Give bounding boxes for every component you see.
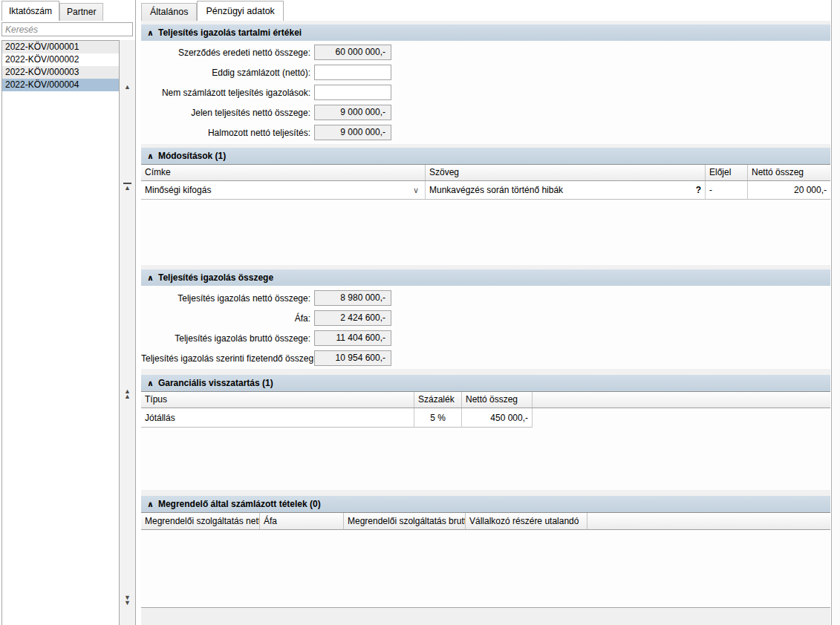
column-header-cimke[interactable]: Címke bbox=[141, 165, 426, 180]
section-title: Teljesítés igazolás tartalmi értékei bbox=[158, 27, 302, 38]
scroll-to-top-icon[interactable]: ▲ bbox=[120, 183, 135, 191]
field-row: Áfa: 2 424 600,- bbox=[141, 310, 830, 326]
field-label: Teljesítés igazolás szerinti fizetendő ö… bbox=[141, 353, 314, 364]
fizetendo-osszeg-field[interactable]: 10 954 600,- bbox=[314, 350, 391, 366]
column-header-netto-osszeg[interactable]: Nettó összeg bbox=[748, 165, 830, 180]
field-label: Halmozott nettó teljesítés: bbox=[141, 128, 314, 138]
collapse-icon: ∧ bbox=[147, 28, 154, 37]
jelen-teljesites-field[interactable]: 9 000 000,- bbox=[314, 105, 391, 120]
column-header-megrendeloi-brutto[interactable]: Megrendelői szolgáltatás bruttó bbox=[344, 513, 466, 529]
tipus-cell[interactable]: Jótállás bbox=[141, 408, 414, 428]
main-scrollbar[interactable] bbox=[831, 0, 840, 625]
section-body-garancialis: Típus Százalék Nettó összeg Jótállás 5 %… bbox=[141, 391, 830, 490]
column-header-tipus[interactable]: Típus bbox=[141, 392, 414, 408]
section-body-modositasok: Címke Szöveg Előjel Nettó összeg Minőség… bbox=[141, 164, 830, 265]
record-list: 2022-KÖV/000001 2022-KÖV/000002 2022-KÖV… bbox=[1, 40, 120, 625]
collapse-icon: ∧ bbox=[147, 379, 154, 387]
afa-field[interactable]: 2 424 600,- bbox=[314, 310, 391, 326]
table-row[interactable]: Minőségi kifogás ∨ ? Munkavégzés során t… bbox=[141, 181, 830, 200]
column-header-vallalkozo-utalando[interactable]: Vállalkozó részére utalandó bbox=[466, 513, 587, 529]
collapse-icon: ∧ bbox=[147, 151, 154, 160]
field-row: Szerződés eredeti nettó összege: 60 000 … bbox=[141, 45, 830, 60]
arrow-up-icon: ▲ bbox=[120, 394, 135, 399]
arrow-down-icon: ▼ bbox=[120, 601, 135, 606]
column-header-filler bbox=[587, 513, 830, 529]
list-scrollbar[interactable]: ▲ ▲ ▲ ▲ ▼ ▼ bbox=[120, 40, 135, 625]
list-item-selected[interactable]: 2022-KÖV/000004 bbox=[2, 79, 119, 91]
column-header-afa[interactable]: Áfa bbox=[260, 513, 344, 529]
field-label: Szerződés eredeti nettó összege: bbox=[141, 48, 314, 58]
cimke-combobox[interactable]: Minőségi kifogás ∨ bbox=[141, 181, 426, 200]
bottom-strip bbox=[141, 607, 830, 625]
szoveg-text: Munkavégzés során történő hibák bbox=[429, 185, 563, 195]
sidebar-tab-bar: Iktatószám Partner bbox=[1, 1, 103, 21]
scroll-fast-down-icon[interactable]: ▼ ▼ bbox=[120, 595, 135, 606]
column-header-elojel[interactable]: Előjel bbox=[706, 165, 748, 180]
section-header-tartalmi[interactable]: ∧Teljesítés igazolás tartalmi értékei bbox=[141, 24, 830, 41]
column-header-szazalek[interactable]: Százalék bbox=[414, 392, 462, 408]
tab-penzugyi-adatok[interactable]: Pénzügyi adatok bbox=[197, 1, 283, 21]
arrow-up-icon: ▲ bbox=[120, 85, 135, 90]
halmozott-netto-field[interactable]: 9 000 000,- bbox=[314, 125, 391, 140]
app-window: { "icons": { "collapse": "∧", "dropdown"… bbox=[0, 0, 840, 625]
eddig-szamlazott-field[interactable] bbox=[314, 65, 391, 80]
help-icon[interactable]: ? bbox=[696, 181, 701, 200]
column-header-szoveg[interactable]: Szöveg bbox=[426, 165, 706, 180]
list-item[interactable]: 2022-KÖV/000001 bbox=[2, 41, 119, 53]
sidebar-tab-partner[interactable]: Partner bbox=[59, 3, 103, 21]
section-title: Módosítások (1) bbox=[158, 151, 226, 161]
field-label: Teljesítés igazolás nettó összege: bbox=[141, 293, 314, 304]
field-row: Teljesítés igazolás szerinti fizetendő ö… bbox=[141, 350, 830, 366]
section-header-megrendelo[interactable]: ∧Megrendelő által számlázott tételek (0) bbox=[141, 496, 830, 512]
column-header-filler bbox=[533, 392, 830, 408]
tab-altalanos[interactable]: Általános bbox=[141, 3, 197, 21]
arrow-up-icon: ▲ bbox=[120, 186, 135, 191]
modositasok-header-row: Címke Szöveg Előjel Nettó összeg bbox=[141, 164, 830, 181]
field-row: Teljesítés igazolás nettó összege: 8 980… bbox=[141, 290, 830, 306]
nem-szamlazott-field[interactable] bbox=[314, 85, 391, 100]
field-label: Jelen teljesítés nettó összege: bbox=[141, 108, 314, 118]
section-body-megrendelo: Megrendelői szolgáltatás nettó Áfa Megre… bbox=[141, 512, 830, 607]
szerzodes-eredeti-netto-field[interactable]: 60 000 000,- bbox=[314, 45, 391, 60]
garancialis-header-row: Típus Százalék Nettó összeg bbox=[141, 391, 830, 408]
field-label: Teljesítés igazolás bruttó összege: bbox=[141, 333, 314, 344]
section-title: Megrendelő által számlázott tételek (0) bbox=[158, 499, 321, 509]
list-item[interactable]: 2022-KÖV/000002 bbox=[2, 53, 119, 66]
list-item[interactable]: 2022-KÖV/000003 bbox=[2, 66, 119, 79]
column-header-megrendeloi-netto[interactable]: Megrendelői szolgáltatás nettó bbox=[141, 513, 260, 529]
megrendelo-header-row: Megrendelői szolgáltatás nettó Áfa Megre… bbox=[141, 512, 830, 530]
combobox-value: Minőségi kifogás bbox=[145, 185, 211, 195]
main-tab-bar: Általános Pénzügyi adatok bbox=[141, 1, 284, 21]
section-header-modositasok[interactable]: ∧Módosítások (1) bbox=[141, 148, 830, 164]
section-title: Teljesítés igazolás összege bbox=[158, 272, 273, 283]
section-header-osszege[interactable]: ∧Teljesítés igazolás összege bbox=[141, 269, 830, 286]
field-row: Teljesítés igazolás bruttó összege: 11 4… bbox=[141, 330, 830, 346]
ti-brutto-osszege-field[interactable]: 11 404 600,- bbox=[314, 330, 391, 346]
field-row: Halmozott nettó teljesítés: 9 000 000,- bbox=[141, 125, 830, 140]
section-body-tartalmi: Szerződés eredeti nettó összege: 60 000 … bbox=[141, 41, 830, 144]
elojel-cell[interactable]: - bbox=[706, 181, 748, 200]
main-panel: Általános Pénzügyi adatok ∧Teljesítés ig… bbox=[141, 0, 830, 625]
column-header-netto-osszeg[interactable]: Nettó összeg bbox=[462, 392, 533, 408]
field-label: Áfa: bbox=[141, 313, 314, 324]
collapse-icon: ∧ bbox=[147, 273, 154, 282]
scroll-up-icon[interactable]: ▲ bbox=[120, 85, 135, 90]
szoveg-cell[interactable]: ? Munkavégzés során történő hibák bbox=[426, 181, 706, 200]
szazalek-cell[interactable]: 5 % bbox=[414, 408, 462, 428]
sidebar-tab-iktatoszam[interactable]: Iktatószám bbox=[1, 1, 59, 21]
section-title: Garanciális visszatartás (1) bbox=[158, 378, 273, 388]
ti-netto-osszege-field[interactable]: 8 980 000,- bbox=[314, 290, 391, 306]
field-label: Eddig számlázott (nettó): bbox=[141, 68, 314, 78]
netto-osszeg-cell[interactable]: 450 000,- bbox=[462, 408, 533, 428]
section-header-garancialis[interactable]: ∧Garanciális visszatartás (1) bbox=[141, 375, 830, 391]
scroll-fast-up-icon[interactable]: ▲ ▲ bbox=[120, 389, 135, 399]
table-row[interactable]: Jótállás 5 % 450 000,- bbox=[141, 408, 830, 428]
left-panel: Iktatószám Partner 2022-KÖV/000001 2022-… bbox=[0, 0, 136, 625]
netto-osszeg-cell[interactable]: 20 000,- bbox=[748, 181, 830, 200]
field-label: Nem számlázott teljesítés igazolások: bbox=[141, 88, 314, 98]
chevron-down-icon[interactable]: ∨ bbox=[413, 181, 419, 200]
row-filler bbox=[533, 408, 830, 428]
collapse-icon: ∧ bbox=[147, 500, 154, 508]
section-body-osszege: Teljesítés igazolás nettó összege: 8 980… bbox=[141, 286, 830, 369]
search-input[interactable] bbox=[1, 22, 133, 36]
